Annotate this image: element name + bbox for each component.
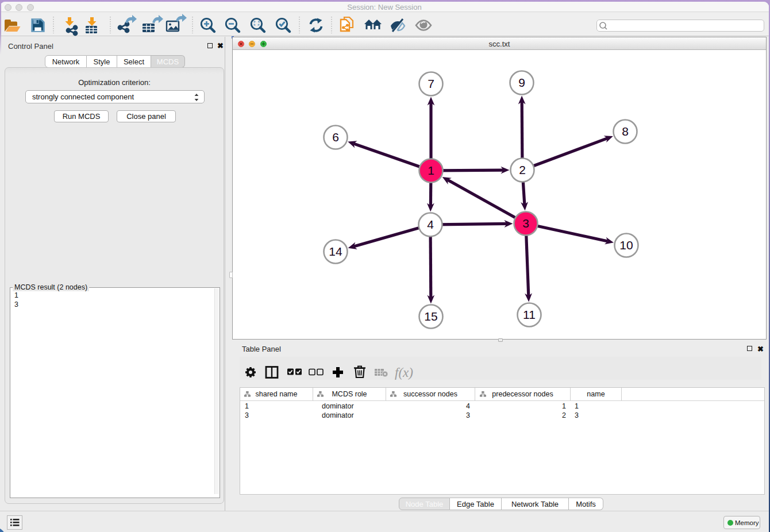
svg-text:1: 1 (428, 164, 434, 177)
svg-text:6: 6 (332, 130, 339, 144)
svg-text:2: 2 (519, 163, 526, 176)
svg-text:11: 11 (523, 308, 536, 321)
svg-text:9: 9 (518, 76, 525, 89)
svg-text:15: 15 (424, 310, 437, 323)
svg-text:f(x): f(x) (395, 365, 413, 380)
svg-text:4: 4 (427, 218, 434, 231)
svg-text:3: 3 (522, 217, 529, 230)
svg-text:8: 8 (622, 125, 629, 138)
svg-text:14: 14 (329, 245, 342, 258)
svg-text:7: 7 (428, 77, 434, 90)
svg-text:10: 10 (619, 238, 633, 252)
